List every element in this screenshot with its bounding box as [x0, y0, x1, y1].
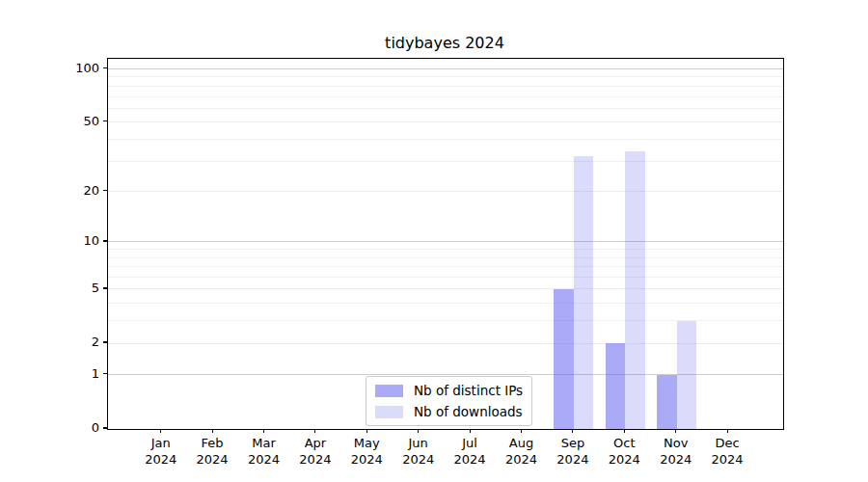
legend-label-distinct-ips: Nb of distinct IPs	[414, 383, 523, 398]
minor-gridline	[108, 161, 783, 162]
x-tick-mark	[470, 429, 471, 433]
chart-title: tidybayes 2024	[107, 34, 782, 52]
minor-gridline	[108, 86, 783, 87]
y-tick-label: 50	[3, 113, 99, 130]
y-tick-mark	[103, 427, 107, 428]
minor-gridline	[108, 257, 783, 258]
x-tick-mark	[418, 429, 419, 433]
x-tick-mark	[675, 429, 676, 433]
x-tick-mark	[624, 429, 625, 433]
x-tick-mark	[263, 429, 264, 433]
x-tick-mark	[314, 429, 315, 433]
figure: tidybayes 2024 Nb of distinct IPs Nb of …	[0, 0, 868, 482]
bar-nb-of-downloads-nov	[677, 321, 697, 429]
bar-nb-of-distinct-ips-nov	[657, 375, 677, 429]
y-tick-mark	[103, 190, 107, 191]
y-tick-label: 20	[3, 182, 99, 200]
x-tick-mark	[160, 429, 161, 433]
y-tick-mark	[103, 240, 107, 241]
bar-nb-of-downloads-sep	[574, 156, 594, 429]
minor-gridline	[108, 266, 783, 267]
minor-gridline	[108, 108, 783, 109]
x-tick-mark	[727, 429, 728, 433]
y-tick-label: 0	[3, 419, 99, 437]
minor-gridline	[108, 191, 783, 192]
minor-gridline	[108, 121, 783, 122]
y-tick-label: 100	[3, 60, 99, 77]
minor-gridline	[108, 277, 783, 278]
y-tick-label: 1	[3, 365, 99, 383]
y-tick-mark	[103, 120, 107, 121]
bar-nb-of-downloads-oct	[625, 151, 645, 429]
x-tick-month: Dec	[696, 435, 758, 451]
legend-swatch-distinct-ips-icon	[375, 385, 403, 397]
legend-label-downloads: Nb of downloads	[414, 404, 523, 419]
y-tick-mark	[103, 373, 107, 374]
x-tick-mark	[366, 429, 367, 433]
bar-nb-of-distinct-ips-oct	[606, 343, 626, 429]
legend-item-downloads: Nb of downloads	[375, 404, 523, 419]
x-tick-year: 2024	[696, 451, 758, 468]
legend: Nb of distinct IPs Nb of downloads	[366, 376, 532, 426]
major-gridline	[108, 241, 783, 242]
y-tick-mark	[103, 341, 107, 342]
minor-gridline	[108, 76, 783, 77]
y-tick-label: 10	[3, 232, 99, 250]
x-tick-mark	[572, 429, 573, 433]
legend-item-distinct-ips: Nb of distinct IPs	[375, 383, 523, 398]
y-tick-mark	[103, 67, 107, 68]
x-tick-mark	[212, 429, 213, 433]
minor-gridline	[108, 139, 783, 140]
y-tick-label: 2	[3, 334, 99, 351]
minor-gridline	[108, 249, 783, 250]
minor-gridline	[108, 288, 783, 289]
y-tick-mark	[103, 287, 107, 288]
legend-swatch-downloads-icon	[375, 406, 403, 418]
x-tick-label: Dec2024	[696, 435, 758, 468]
y-tick-label: 5	[3, 280, 99, 297]
minor-gridline	[108, 303, 783, 304]
bar-nb-of-distinct-ips-sep	[554, 289, 574, 429]
major-gridline	[108, 68, 783, 69]
x-tick-mark	[521, 429, 522, 433]
plot-area: Nb of distinct IPs Nb of downloads	[107, 58, 784, 430]
minor-gridline	[108, 96, 783, 97]
